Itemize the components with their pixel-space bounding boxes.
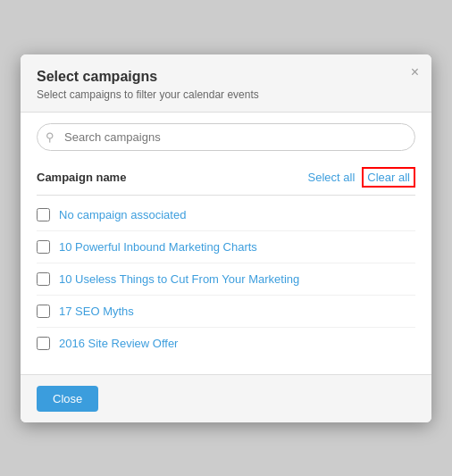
modal-container: Select campaigns Select campaigns to fil…: [21, 54, 431, 422]
campaign-list: No campaign associated10 Powerful Inboun…: [37, 196, 415, 374]
search-wrapper: ⚲: [37, 123, 415, 151]
modal-title: Select campaigns: [37, 69, 415, 85]
list-item: No campaign associated: [37, 199, 415, 231]
modal-footer: Close: [21, 374, 431, 422]
list-item: 2016 Site Review Offer: [37, 328, 415, 359]
modal-subtitle: Select campaigns to filter your calendar…: [37, 88, 415, 101]
list-item: 10 Useless Things to Cut From Your Marke…: [37, 263, 415, 296]
clear-all-link[interactable]: Clear all: [362, 167, 415, 188]
campaign-name[interactable]: No campaign associated: [59, 208, 186, 221]
campaign-name[interactable]: 2016 Site Review Offer: [59, 337, 178, 350]
campaign-name[interactable]: 10 Useless Things to Cut From Your Marke…: [59, 272, 299, 286]
list-item: 10 Powerful Inbound Marketing Charts: [37, 231, 415, 263]
campaign-col-header: Campaign name: [37, 171, 126, 184]
campaign-checkbox[interactable]: [37, 337, 50, 350]
search-icon: ⚲: [46, 130, 54, 144]
campaign-checkbox[interactable]: [37, 305, 50, 318]
campaign-checkbox[interactable]: [37, 240, 50, 254]
campaign-checkbox[interactable]: [37, 208, 50, 221]
select-all-link[interactable]: Select all: [308, 171, 356, 184]
modal-body: ⚲ Campaign name Select all Clear all No …: [21, 113, 431, 374]
campaign-name[interactable]: 10 Powerful Inbound Marketing Charts: [59, 240, 257, 254]
campaign-name[interactable]: 17 SEO Myths: [59, 305, 134, 318]
close-button[interactable]: Close: [37, 386, 98, 412]
list-item: 17 SEO Myths: [37, 296, 415, 328]
search-input[interactable]: [37, 123, 415, 151]
modal-header: Select campaigns Select campaigns to fil…: [21, 54, 431, 113]
header-actions: Select all Clear all: [308, 167, 415, 188]
table-header: Campaign name Select all Clear all: [37, 162, 415, 196]
campaign-checkbox[interactable]: [37, 272, 50, 286]
modal-close-button[interactable]: ×: [411, 65, 419, 79]
